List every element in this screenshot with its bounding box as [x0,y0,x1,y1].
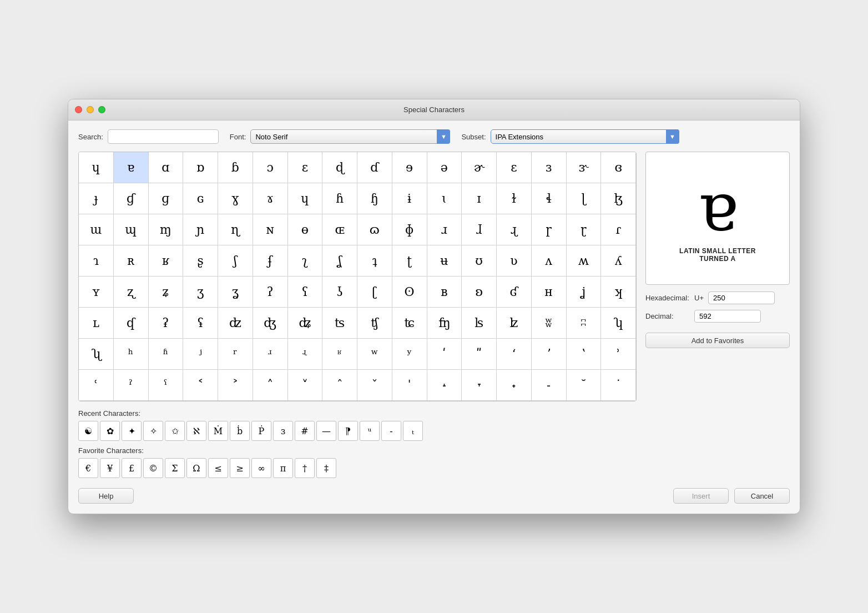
char-cell[interactable]: ʧ [357,308,392,339]
char-cell[interactable]: ɣ [218,183,253,214]
char-cell[interactable]: ɝ [567,152,602,183]
char-cell[interactable]: ɥ [79,152,114,183]
add-to-favorites-button[interactable]: Add to Favorites [645,333,790,348]
char-cell[interactable]: ʖ [322,277,357,308]
char-cell[interactable]: ɗ [357,152,392,183]
favorite-char-cell[interactable]: Ω [186,458,206,478]
char-cell[interactable]: ˖ [497,370,532,401]
char-cell[interactable]: ʂ [183,245,218,277]
char-cell[interactable]: ʶ [322,339,357,370]
char-cell[interactable]: ɺ [462,214,497,245]
char-cell[interactable]: ɴ [253,214,288,245]
char-cell[interactable]: ʐ [114,277,149,308]
char-cell[interactable]: ɮ [601,183,636,214]
favorite-char-cell[interactable]: † [295,458,315,478]
char-cell[interactable]: ʆ [322,245,357,277]
char-cell[interactable]: ʝ [567,277,602,308]
char-cell[interactable]: ʻ [497,339,532,370]
char-cell[interactable]: ɽ [567,214,602,245]
char-cell[interactable]: ɶ [322,214,357,245]
char-cell[interactable]: ʸ [392,339,427,370]
char-cell[interactable]: ʢ [183,308,218,339]
favorite-char-cell[interactable]: ∞ [251,458,271,478]
char-cell[interactable]: ɸ [392,214,427,245]
char-cell[interactable]: ʰ [114,339,149,370]
char-cell[interactable]: ʷ [357,339,392,370]
char-cell[interactable]: ʉ [427,245,462,277]
char-cell[interactable]: ʟ [79,308,114,339]
char-cell[interactable]: ʫ [497,308,532,339]
char-cell[interactable]: ɹ [427,214,462,245]
char-cell[interactable]: ɯ [79,214,114,245]
char-cell[interactable]: ˔ [427,370,462,401]
char-cell[interactable]: ɦ [322,183,357,214]
char-cell[interactable]: ɧ [357,183,392,214]
char-cell[interactable]: ʮ [601,308,636,339]
char-cell[interactable]: ʡ [149,308,184,339]
recent-char-cell[interactable]: ☯ [78,421,98,441]
char-cell[interactable]: ʱ [149,339,184,370]
font-select[interactable]: Noto Serif [250,129,450,144]
recent-char-cell[interactable]: ɜ [273,421,293,441]
char-cell[interactable]: ʩ [427,308,462,339]
char-cell[interactable]: ʎ [601,245,636,277]
search-input[interactable] [108,129,219,144]
char-cell[interactable]: ɟ [79,183,114,214]
char-cell[interactable]: ʲ [183,339,218,370]
char-cell[interactable]: ʽ [567,339,602,370]
char-cell[interactable]: ʘ [392,277,427,308]
char-cell[interactable]: ɷ [357,214,392,245]
recent-char-cell[interactable]: ⁋ [338,421,358,441]
recent-char-cell[interactable]: — [316,421,336,441]
char-cell[interactable]: ʄ [253,245,288,277]
recent-char-cell[interactable]: ₜ [403,421,423,441]
char-cell[interactable]: ʭ [567,308,602,339]
char-cell[interactable]: ˗ [532,370,567,401]
char-cell[interactable]: ʼ [532,339,567,370]
char-cell[interactable]: ʬ [532,308,567,339]
char-cell[interactable]: ʾ [601,339,636,370]
char-cell[interactable]: ʁ [149,245,184,277]
char-cell[interactable]: ʅ [288,245,323,277]
char-cell[interactable]: ʵ [288,339,323,370]
char-cell[interactable]: ɔ [253,152,288,183]
char-cell[interactable]: ˈ [392,370,427,401]
favorite-char-cell[interactable]: © [143,458,163,478]
char-cell[interactable]: ɢ [183,183,218,214]
char-cell[interactable]: ɒ [183,152,218,183]
favorite-char-cell[interactable]: ¥ [100,458,120,478]
char-cell[interactable]: ʜ [532,277,567,308]
char-cell[interactable]: ɰ [114,214,149,245]
char-cell[interactable]: ɼ [532,214,567,245]
help-button[interactable]: Help [78,488,134,504]
char-cell[interactable]: ʿ [79,370,114,401]
char-cell[interactable]: ʥ [288,308,323,339]
favorite-char-cell[interactable]: £ [122,458,142,478]
char-cell[interactable]: ɨ [392,183,427,214]
char-cell[interactable]: ɬ [532,183,567,214]
char-cell[interactable]: ɻ [497,214,532,245]
subset-select[interactable]: IPA Extensions [491,129,679,144]
char-cell[interactable]: ˂ [183,370,218,401]
char-cell[interactable]: ʣ [218,308,253,339]
char-cell[interactable]: ɾ [601,214,636,245]
char-cell[interactable]: ʓ [218,277,253,308]
char-cell[interactable]: ə [427,152,462,183]
favorite-char-cell[interactable]: ≤ [208,458,228,478]
recent-char-cell[interactable]: ᵘ [360,421,380,441]
recent-char-cell[interactable]: ℵ [186,421,206,441]
char-cell[interactable]: ɪ [462,183,497,214]
char-cell[interactable]: ʌ [532,245,567,277]
recent-char-cell[interactable]: ✩ [165,421,185,441]
char-cell[interactable]: ʇ [357,245,392,277]
maximize-button[interactable] [98,106,105,113]
char-cell[interactable]: ɖ [322,152,357,183]
char-cell[interactable]: ʠ [114,308,149,339]
char-cell[interactable]: ɤ [253,183,288,214]
char-cell[interactable]: ʏ [79,277,114,308]
char-cell[interactable]: ʦ [322,308,357,339]
char-cell[interactable]: ʊ [462,245,497,277]
insert-button[interactable]: Insert [673,488,729,504]
recent-char-cell[interactable]: Ṁ [208,421,228,441]
cancel-button[interactable]: Cancel [734,488,790,504]
